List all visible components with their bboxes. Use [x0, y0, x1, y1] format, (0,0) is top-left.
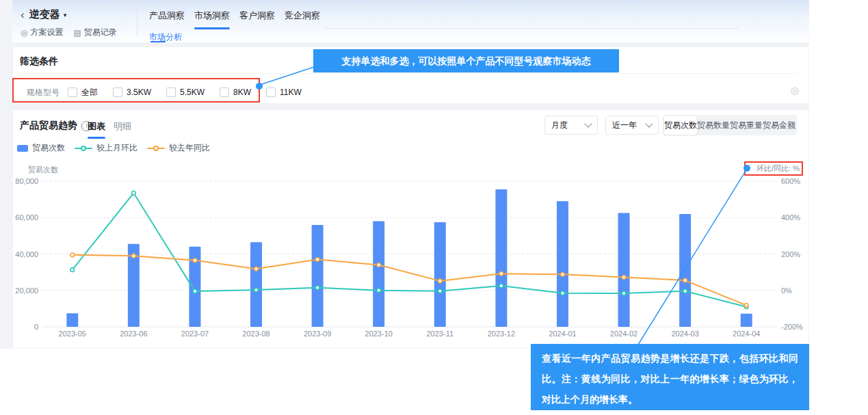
range-select[interactable]: 近一年	[605, 116, 659, 135]
quicklink-label: 方案设置	[30, 27, 63, 38]
point-较去年同比-2024-03	[683, 278, 687, 282]
view-tabs-divider	[81, 121, 81, 131]
left-axis-tick: 60,000	[15, 213, 38, 222]
point-较去年同比-2023-11	[438, 279, 442, 283]
quicklink-贸易记录[interactable]: ▤贸易记录	[73, 27, 116, 38]
product-switcher[interactable]: ‹ 逆变器 ▾	[21, 8, 66, 21]
tab-客户洞察[interactable]: 客户洞察	[239, 10, 275, 29]
bar-贸易次数-2023-12	[495, 189, 507, 327]
point-较上月环比-2024-02	[622, 291, 626, 295]
left-axis-title: 贸易次数	[28, 165, 58, 174]
back-icon[interactable]: ‹	[21, 9, 25, 21]
chart-legend: 贸易次数较上月环比较去年同比	[17, 142, 210, 154]
checkbox-label: 3.5KW	[127, 88, 151, 97]
view-tab-明细[interactable]: 明细	[114, 120, 131, 139]
x-axis-label: 2023-06	[120, 330, 147, 338]
trend-card-title: 产品贸易趋势	[20, 120, 77, 132]
bar-贸易次数-2024-02	[618, 213, 630, 327]
checkbox-3.5KW[interactable]: 3.5KW	[113, 88, 151, 97]
left-axis-tick: 40,000	[15, 250, 38, 258]
view-tab-图表[interactable]: 图表	[88, 120, 105, 139]
legend-item-较去年同比[interactable]: 较去年同比	[147, 142, 210, 154]
target-icon: ◎	[21, 29, 27, 37]
point-较上月环比-2023-11	[438, 289, 442, 293]
left-axis-tick: 0	[34, 323, 38, 331]
point-较上月环比-2023-07	[193, 289, 197, 293]
right-axis-tick: 200%	[781, 250, 800, 258]
checkbox-box[interactable]	[266, 88, 276, 97]
point-较去年同比-2023-08	[254, 267, 259, 271]
metric-button-贸易重量[interactable]: 贸易重量	[730, 116, 763, 135]
point-较上月环比-2023-12	[499, 284, 503, 288]
checkbox-5.5KW[interactable]: 5.5KW	[166, 88, 205, 97]
annotation-callout-filter: 支持单选和多选，可以按照单个产品不同型号观察市场动态	[313, 49, 619, 72]
legend-label: 较去年同比	[169, 142, 210, 154]
chevron-down-icon	[584, 120, 592, 127]
checkbox-box[interactable]	[113, 88, 122, 97]
x-axis-label: 2023-09	[304, 330, 331, 338]
point-较去年同比-2024-01	[561, 273, 565, 277]
x-axis-label: 2023-08	[242, 330, 269, 338]
legend-label: 贸易次数	[32, 142, 65, 154]
spec-model-label: 规格型号	[27, 87, 68, 98]
trend-chart[interactable]: 80,000600%60,000400%40,000200%20,0000%0-…	[13, 157, 807, 349]
filter-separator	[20, 73, 798, 74]
checkbox-11KW[interactable]: 11KW	[266, 88, 302, 97]
point-较上月环比-2023-06	[132, 191, 136, 196]
trend-card: 产品贸易趋势 ! 图表明细 月度 近一年 贸易次数贸易数量贸易重量贸易金额 贸易…	[12, 109, 809, 349]
bar-贸易次数-2023-10	[373, 222, 384, 327]
range-select-value: 近一年	[612, 120, 637, 131]
left-axis-tick: 80,000	[15, 177, 38, 185]
metric-button-贸易金额[interactable]: 贸易金额	[763, 116, 795, 135]
point-较去年同比-2023-05	[70, 253, 75, 257]
legend-item-较上月环比[interactable]: 较上月环比	[75, 142, 137, 154]
point-较上月环比-2023-10	[377, 289, 381, 293]
x-axis-label: 2024-01	[549, 330, 576, 338]
metric-segmented-control: 贸易次数贸易数量贸易重量贸易金额	[663, 115, 797, 135]
legend-line-swatch	[75, 146, 92, 151]
legend-line-dot	[153, 146, 159, 151]
point-较去年同比-2023-06	[132, 254, 136, 258]
right-axis-tick: -200%	[781, 323, 803, 331]
period-select[interactable]: 月度	[544, 116, 598, 135]
quicklink-方案设置[interactable]: ◎方案设置	[21, 27, 63, 38]
tab-竞企洞察[interactable]: 竞企洞察	[285, 10, 320, 29]
legend-item-贸易次数[interactable]: 贸易次数	[17, 142, 65, 154]
x-axis-label: 2024-02	[610, 330, 637, 338]
checkbox-全部[interactable]: 全部	[68, 87, 98, 98]
point-较去年同比-2023-07	[193, 258, 197, 263]
point-较去年同比-2024-02	[622, 276, 626, 280]
x-axis-label: 2023-12	[488, 330, 515, 338]
checkbox-8KW[interactable]: 8KW	[220, 88, 251, 97]
checkbox-box[interactable]	[220, 88, 229, 97]
bar-贸易次数-2023-08	[250, 242, 262, 327]
checkbox-box[interactable]	[68, 88, 77, 97]
x-axis-label: 2023-10	[365, 330, 393, 338]
bar-贸易次数-2024-04	[741, 314, 752, 327]
metric-button-贸易数量[interactable]: 贸易数量	[697, 116, 730, 135]
x-axis-label: 2023-11	[427, 330, 454, 338]
checkbox-label: 11KW	[280, 88, 302, 97]
chevron-down-icon	[645, 120, 653, 127]
tabs-bottom-line	[324, 28, 739, 29]
spec-model-filter-row: 规格型号 全部3.5KW5.5KW8KW11KW	[27, 83, 317, 101]
card-gap-strip	[12, 104, 809, 109]
checkbox-box[interactable]	[166, 88, 176, 97]
point-较去年同比-2023-10	[377, 263, 381, 267]
header-divider	[137, 8, 137, 36]
quicklink-label: 贸易记录	[84, 27, 117, 38]
filter-settings-icon[interactable]: ◎	[791, 85, 799, 95]
chevron-down-icon[interactable]: ▾	[64, 12, 67, 18]
legend-line-dot	[81, 146, 86, 151]
x-axis-label: 2024-04	[733, 330, 760, 338]
point-较上月环比-2024-01	[561, 291, 565, 295]
tab-市场洞察[interactable]: 市场洞察	[194, 10, 230, 29]
product-title: 逆变器	[29, 8, 60, 21]
x-axis-label: 2023-07	[181, 330, 209, 338]
checkbox-label: 5.5KW	[180, 88, 205, 97]
tab-产品洞察[interactable]: 产品洞察	[149, 10, 185, 29]
bar-贸易次数-2023-05	[66, 313, 78, 327]
main-tabs: 产品洞察市场洞察客户洞察竞企洞察	[149, 10, 320, 29]
quick-links: ◎方案设置▤贸易记录	[21, 27, 117, 38]
metric-button-贸易次数[interactable]: 贸易次数	[664, 116, 697, 135]
